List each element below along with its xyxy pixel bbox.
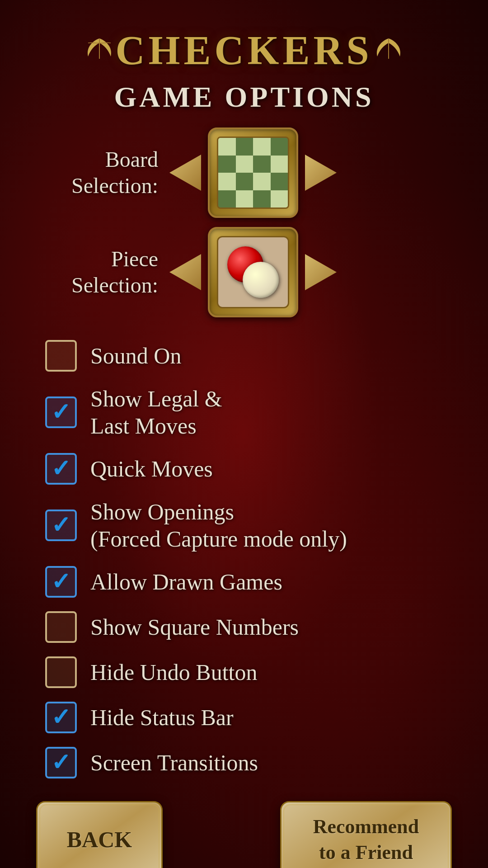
checker-cell [271, 190, 288, 208]
checker-cell [236, 156, 253, 173]
checkbox-show-legal-last[interactable]: ✓ [45, 396, 77, 428]
checkbox-screen-transitions[interactable]: ✓ [45, 747, 77, 778]
option-quick-moves[interactable]: ✓ Quick Moves [45, 453, 461, 485]
right-leaf-icon [373, 34, 404, 67]
piece-prev-button[interactable] [167, 254, 203, 290]
option-sound-on[interactable]: Sound On [45, 340, 461, 372]
checkbox-hide-undo[interactable] [45, 656, 77, 688]
options-list: Sound On ✓ Show Legal &Last Moves ✓ Quic… [27, 340, 461, 792]
checker-cell [253, 173, 271, 190]
checkmark-show-legal-last: ✓ [51, 401, 71, 424]
option-show-openings[interactable]: ✓ Show Openings(Forced Capture mode only… [45, 498, 461, 552]
main-container: CHECKERS GAME OPTIONS BoardSelection: [0, 0, 488, 868]
selectors-area: BoardSelection: [27, 127, 461, 326]
bottom-buttons: BACK Recommendto a Friend [27, 801, 461, 868]
checker-cell [218, 156, 236, 173]
option-label-allow-drawn: Allow Drawn Games [90, 568, 282, 595]
board-next-button[interactable] [303, 155, 339, 191]
checkbox-show-openings[interactable]: ✓ [45, 509, 77, 541]
checkerboard-preview [217, 137, 289, 209]
checker-cell [253, 190, 271, 208]
checker-cell [236, 138, 253, 156]
option-screen-transitions[interactable]: ✓ Screen Transitions [45, 747, 461, 778]
board-selection-label: BoardSelection: [54, 146, 158, 198]
recommend-button[interactable]: Recommendto a Friend [280, 801, 452, 868]
board-selector-row: BoardSelection: [54, 127, 339, 218]
checker-cell [271, 173, 288, 190]
checkmark-show-openings: ✓ [51, 514, 71, 537]
checker-cell [271, 156, 288, 173]
checker-cell [253, 138, 271, 156]
pieces-preview [217, 236, 289, 308]
option-label-show-square-numbers: Show Square Numbers [90, 613, 299, 641]
checkbox-show-square-numbers[interactable] [45, 611, 77, 643]
white-piece [243, 262, 279, 298]
option-label-hide-status-bar: Hide Status Bar [90, 704, 234, 731]
option-show-legal-last[interactable]: ✓ Show Legal &Last Moves [45, 385, 461, 439]
option-hide-status-bar[interactable]: ✓ Hide Status Bar [45, 702, 461, 733]
checkbox-quick-moves[interactable]: ✓ [45, 453, 77, 485]
checker-cell [253, 156, 271, 173]
piece-display [208, 227, 298, 317]
checkmark-quick-moves: ✓ [51, 457, 71, 481]
board-prev-button[interactable] [167, 155, 203, 191]
left-leaf-icon [84, 34, 115, 67]
app-title: CHECKERS [115, 27, 372, 74]
checkmark-hide-status-bar: ✓ [51, 706, 71, 729]
option-label-quick-moves: Quick Moves [90, 455, 213, 482]
checker-cell [218, 190, 236, 208]
board-selector-control [167, 127, 339, 218]
board-display [208, 127, 298, 218]
back-button[interactable]: BACK [36, 801, 163, 868]
option-show-square-numbers[interactable]: Show Square Numbers [45, 611, 461, 643]
checker-cell [236, 173, 253, 190]
checkmark-screen-transitions: ✓ [51, 751, 71, 774]
option-label-show-legal-last: Show Legal &Last Moves [90, 385, 222, 439]
checker-cell [218, 138, 236, 156]
checkbox-sound-on[interactable] [45, 340, 77, 372]
recommend-label: Recommendto a Friend [313, 816, 419, 863]
option-allow-drawn[interactable]: ✓ Allow Drawn Games [45, 566, 461, 598]
checkbox-hide-status-bar[interactable]: ✓ [45, 702, 77, 733]
option-label-show-openings: Show Openings(Forced Capture mode only) [90, 498, 347, 552]
header: CHECKERS [27, 27, 461, 74]
piece-selector-control [167, 227, 339, 317]
option-hide-undo[interactable]: Hide Undo Button [45, 656, 461, 688]
checker-cell [271, 138, 288, 156]
piece-next-button[interactable] [303, 254, 339, 290]
option-label-screen-transitions: Screen Transitions [90, 749, 258, 776]
option-label-sound-on: Sound On [90, 342, 181, 369]
checker-cell [236, 190, 253, 208]
checkbox-allow-drawn[interactable]: ✓ [45, 566, 77, 598]
piece-selector-row: PieceSelection: [54, 227, 339, 317]
option-label-hide-undo: Hide Undo Button [90, 659, 257, 686]
piece-selection-label: PieceSelection: [54, 246, 158, 298]
checker-cell [218, 173, 236, 190]
page-title: GAME OPTIONS [114, 80, 374, 114]
checkmark-allow-drawn: ✓ [51, 570, 71, 594]
